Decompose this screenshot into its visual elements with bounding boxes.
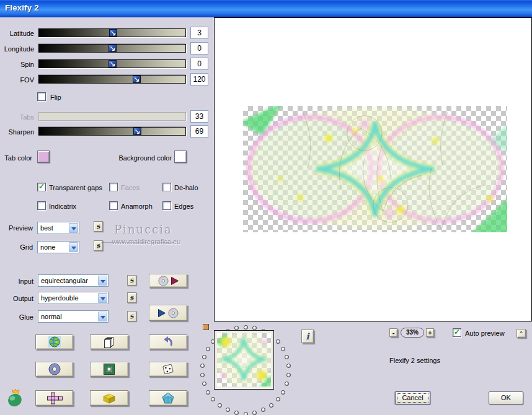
- preset-dot[interactable]: [218, 403, 222, 408]
- preset-dot[interactable]: [206, 390, 210, 395]
- preset-dot[interactable]: [286, 364, 291, 368]
- background-color-swatch[interactable]: [174, 151, 187, 163]
- duplicate-button[interactable]: [90, 334, 128, 349]
- preset-dot[interactable]: [234, 326, 239, 330]
- fov-label: FOV: [0, 76, 34, 84]
- output-random-button[interactable]: s: [127, 292, 136, 303]
- titlebar[interactable]: Flexify 2: [0, 0, 532, 17]
- indicatrix-checkbox[interactable]: [37, 201, 46, 210]
- glue-select[interactable]: normal: [38, 310, 109, 323]
- preset-dot[interactable]: [234, 411, 239, 415]
- collapse-button[interactable]: ^: [516, 329, 526, 338]
- preset-dot[interactable]: [285, 355, 289, 359]
- ok-button[interactable]: OK: [489, 391, 523, 404]
- preset-dot[interactable]: [200, 373, 205, 377]
- brick-button[interactable]: [90, 390, 128, 406]
- dropdown-arrow-icon[interactable]: [98, 293, 107, 303]
- sharpen-slider[interactable]: [38, 127, 186, 136]
- preset-dot[interactable]: [202, 382, 206, 386]
- tabs-value-field[interactable]: 33: [190, 110, 208, 123]
- preset-dot[interactable]: [269, 403, 273, 408]
- seed-thumbnail-frame[interactable]: [214, 330, 274, 390]
- spin-slider[interactable]: [38, 59, 186, 68]
- zoom-level-display[interactable]: 33%: [401, 328, 424, 338]
- preset-dot[interactable]: [276, 339, 280, 344]
- sharpen-value-field[interactable]: 69: [190, 125, 208, 138]
- edges-checkbox[interactable]: [162, 201, 171, 210]
- tab-color-label: Tab color: [0, 154, 32, 162]
- longitude-label: Longitude: [0, 45, 34, 53]
- sharpen-slider-thumb[interactable]: [133, 128, 141, 135]
- preset-dot[interactable]: [281, 390, 285, 395]
- memory-dot-square[interactable]: [203, 324, 209, 330]
- longitude-value-field[interactable]: 0: [190, 42, 208, 55]
- preset-dot[interactable]: [200, 364, 205, 368]
- info-button[interactable]: i: [301, 330, 314, 343]
- globe-icon: [48, 336, 61, 347]
- dropdown-arrow-icon[interactable]: [98, 312, 107, 321]
- preset-dot[interactable]: [202, 355, 206, 359]
- preset-dot[interactable]: [261, 408, 265, 412]
- preset-dot[interactable]: [206, 347, 210, 351]
- undo-button[interactable]: [149, 334, 187, 349]
- flip-label: Flip: [50, 93, 61, 102]
- grid-select[interactable]: none: [37, 241, 79, 253]
- crystal-button[interactable]: [149, 390, 187, 406]
- cd-icon: [168, 308, 179, 318]
- preset-dot[interactable]: [226, 408, 230, 412]
- indicatrix-label: Indicatrix: [49, 202, 76, 211]
- preset-dot[interactable]: [252, 411, 257, 415]
- preview-canvas[interactable]: [214, 17, 532, 321]
- preset-dot[interactable]: [252, 326, 257, 330]
- anamorph-checkbox[interactable]: [109, 201, 118, 210]
- preset-dot[interactable]: [276, 397, 280, 401]
- zoom-out-button[interactable]: -: [389, 328, 397, 337]
- dropdown-arrow-icon[interactable]: [69, 242, 78, 252]
- save-render-button[interactable]: [149, 305, 187, 321]
- fov-slider-thumb[interactable]: [133, 76, 141, 83]
- preview-mode-select[interactable]: best: [37, 222, 79, 234]
- fov-value-field[interactable]: 120: [190, 73, 208, 85]
- cancel-button[interactable]: Cancel: [395, 391, 430, 404]
- tab-color-swatch[interactable]: [37, 151, 50, 163]
- spin-value-field[interactable]: 0: [190, 58, 208, 70]
- zoom-in-button[interactable]: +: [426, 328, 434, 337]
- faces-checkbox: [109, 183, 118, 191]
- latitude-value-field[interactable]: 3: [190, 27, 208, 39]
- input-random-button[interactable]: s: [127, 275, 136, 286]
- preview-image: [243, 106, 507, 232]
- torus-icon: [48, 363, 61, 375]
- fov-slider[interactable]: [38, 75, 186, 84]
- input-select[interactable]: equirectangular: [38, 274, 109, 287]
- grid-value: none: [40, 243, 55, 251]
- latitude-slider-thumb[interactable]: [109, 29, 117, 37]
- longitude-slider-thumb[interactable]: [109, 45, 117, 52]
- torus-button[interactable]: [35, 362, 73, 377]
- minus-icon: -: [392, 330, 395, 336]
- output-select[interactable]: hyperdouble: [38, 292, 109, 304]
- grid-label: Grid: [0, 243, 33, 251]
- dropdown-arrow-icon[interactable]: [69, 223, 78, 233]
- sphere-map-button[interactable]: [35, 334, 73, 349]
- preset-dot[interactable]: [281, 347, 285, 351]
- preview-mode-value: best: [40, 224, 53, 232]
- watermark-name: Pinuccia: [93, 223, 193, 236]
- preset-dot[interactable]: [244, 325, 248, 330]
- preset-dot[interactable]: [244, 412, 248, 415]
- glue-random-button[interactable]: s: [127, 311, 136, 321]
- dropdown-arrow-icon[interactable]: [98, 276, 107, 286]
- spin-slider-thumb[interactable]: [109, 60, 117, 68]
- de-halo-checkbox[interactable]: [162, 183, 171, 191]
- dice-button[interactable]: [149, 362, 187, 377]
- latitude-slider[interactable]: [38, 28, 186, 37]
- longitude-slider[interactable]: [38, 44, 186, 53]
- frame-button[interactable]: [90, 362, 128, 377]
- transparent-gaps-checkbox[interactable]: ✓: [37, 183, 46, 191]
- auto-preview-checkbox[interactable]: ✓: [453, 328, 461, 337]
- cube-net-button[interactable]: [35, 390, 73, 406]
- preset-dot[interactable]: [211, 397, 215, 401]
- preset-dot[interactable]: [286, 373, 291, 377]
- preset-dot[interactable]: [285, 382, 289, 386]
- flip-checkbox[interactable]: [37, 92, 46, 101]
- load-render-button[interactable]: [149, 274, 187, 287]
